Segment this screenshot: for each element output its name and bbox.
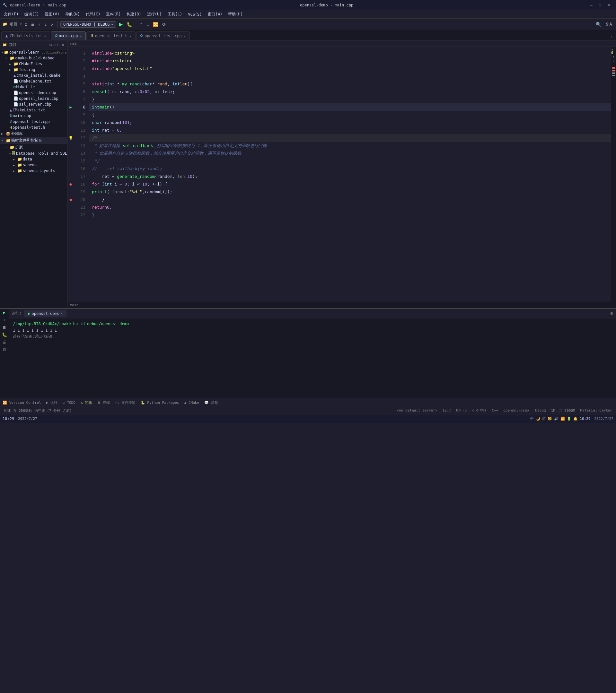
bottom-tab-problems[interactable]: ⚠ 问题 bbox=[81, 400, 92, 405]
code-line-18: for (int i = 0; i < 10; ++i) { bbox=[89, 180, 611, 188]
trash-side-icon[interactable]: 🗑 bbox=[2, 347, 6, 352]
sidebar-item-openssl-test-cpp[interactable]: © openssl-test.cpp bbox=[0, 119, 67, 124]
project-selector[interactable]: 📁 项目 ▾ bbox=[3, 21, 22, 27]
toolbar-btn-4[interactable]: ↓ bbox=[43, 21, 48, 28]
sidebar-item-extensions[interactable]: ▾ 📁 扩展 bbox=[0, 144, 67, 151]
menu-help[interactable]: 帮助(H) bbox=[226, 11, 245, 18]
toolbar-git4[interactable]: ⟳ bbox=[161, 21, 167, 28]
sidebar-item-main-cpp[interactable]: © main.cpp bbox=[0, 113, 67, 119]
tab-main-cpp[interactable]: © main.cpp ✕ bbox=[51, 32, 86, 40]
gutter-bp-18[interactable]: ● bbox=[68, 180, 74, 188]
bottom-tab-todo[interactable]: ☑ TODO bbox=[63, 401, 76, 405]
sidebar-item-temp-files[interactable]: ▾ 📁 临时文件和控制台 bbox=[0, 137, 67, 144]
run-side-icon[interactable]: ▶ bbox=[3, 310, 6, 315]
sidebar-item-openssl-test-h[interactable]: H openssl-test.h bbox=[0, 124, 67, 130]
minimize-button[interactable]: ─ bbox=[587, 2, 595, 9]
sidebar-item-cmake-install[interactable]: ▲ cmake_install.cmake bbox=[0, 73, 67, 78]
menu-build[interactable]: 构建(B) bbox=[124, 11, 144, 18]
sidebar-btn-gear[interactable]: ⚙ bbox=[49, 43, 53, 47]
sidebar-item-ssl-server-cbp[interactable]: 📄 ssl_server.cbp bbox=[0, 101, 67, 107]
sidebar-label-cmake-install: cmake_install.cmake bbox=[16, 73, 60, 78]
toolbar-git3[interactable]: 🔀 bbox=[152, 21, 160, 28]
sidebar-item-makefile[interactable]: M Makefile bbox=[0, 84, 67, 90]
sidebar-item-db-tools[interactable]: ▾ 🗄 Database Tools and SQL bbox=[0, 151, 67, 156]
gutter-22 bbox=[68, 211, 74, 219]
bottom-tab-cmake[interactable]: ▲ CMake bbox=[184, 401, 199, 405]
menu-file[interactable]: 文件(F) bbox=[1, 11, 21, 18]
menu-run[interactable]: 运行(U) bbox=[145, 11, 165, 18]
bottom-tab-python[interactable]: 🐍 Python Packages bbox=[141, 401, 179, 405]
toolbar-git2[interactable]: ⌄ bbox=[145, 21, 150, 28]
tab-cmakelists[interactable]: ▲ CMakeLists.txt ✕ bbox=[1, 32, 50, 40]
tab-openssl-cpp[interactable]: © openssl-test.cpp ✕ bbox=[136, 32, 190, 40]
tab-main-close[interactable]: ✕ bbox=[80, 34, 81, 38]
gutter-1 bbox=[68, 50, 74, 57]
sidebar-item-cmakelists-root[interactable]: ▲ CMakeLists.txt bbox=[0, 107, 67, 113]
close-button[interactable]: ✕ bbox=[605, 2, 613, 9]
sidebar-btn-down[interactable]: ↓ bbox=[59, 43, 61, 47]
bottom-tab-run[interactable]: ▶ 运行 bbox=[46, 400, 57, 405]
toolbar-search[interactable]: 🔍 bbox=[595, 21, 602, 28]
code-editor[interactable]: ▶ 💡 ● ● 1 2 3 4 bbox=[68, 47, 616, 302]
sidebar-item-external-libs[interactable]: ▶ 📦 外部库 bbox=[0, 130, 67, 137]
sidebar-item-schema[interactable]: ▶ 📁 schema bbox=[0, 162, 67, 168]
tab-openssl-h-close[interactable]: ✕ bbox=[130, 34, 131, 38]
toolbar-btn-5[interactable]: ✕ bbox=[50, 21, 55, 28]
terminal-tab-close[interactable]: ✕ bbox=[61, 312, 63, 315]
terminal-settings[interactable]: ⚙ bbox=[610, 311, 613, 316]
menu-edit[interactable]: 编辑(E) bbox=[22, 11, 42, 18]
sidebar-btn-up[interactable]: ↑ bbox=[56, 43, 58, 47]
data-chevron-icon: ▶ bbox=[13, 158, 17, 161]
toolbar-git[interactable]: ⌃ bbox=[139, 21, 144, 28]
code-content[interactable]: #include <cstring> #include <cstdio> #in… bbox=[89, 47, 611, 302]
sidebar-item-cmake-build-debug[interactable]: ▾ 📁 cmake-build-debug bbox=[0, 55, 67, 61]
sidebar-item-openssl-demo-cbp[interactable]: 📄 openssl-demo.cbp bbox=[0, 90, 67, 96]
sidebar-item-data[interactable]: ▶ 📁 data bbox=[0, 156, 67, 162]
debug-side-icon[interactable]: 🐛 bbox=[2, 332, 7, 337]
tab-openssl-cpp-close[interactable]: ✕ bbox=[184, 34, 186, 38]
menu-view[interactable]: 视图(V) bbox=[42, 11, 62, 18]
menu-navigate[interactable]: 导航(N) bbox=[63, 11, 82, 18]
down-side-icon[interactable]: ↓ bbox=[3, 317, 6, 322]
bottom-tab-filetransfer[interactable]: ↑↓ 文件传输 bbox=[115, 400, 136, 405]
menu-window[interactable]: 窗口(W) bbox=[205, 11, 225, 18]
sidebar-item-schema-layouts[interactable]: ▶ 📁 schema.layouts bbox=[0, 168, 67, 174]
toolbar-translate[interactable]: 文A bbox=[604, 20, 613, 28]
sidebar-label-cmakelists: CMakeLists.txt bbox=[13, 108, 45, 112]
maximize-button[interactable]: □ bbox=[596, 2, 604, 9]
sidebar-btn-expand[interactable]: ≡ bbox=[53, 43, 56, 47]
terminal-tab-openssl[interactable]: ▶ openssl-demo ✕ bbox=[24, 310, 66, 317]
gutter-down-icon[interactable]: ∨ bbox=[613, 59, 614, 63]
debug-button[interactable]: 🐛 bbox=[125, 21, 133, 28]
sidebar-item-cmakecache[interactable]: 📄 CMakeCache.txt bbox=[0, 78, 67, 84]
tab-openssl-h[interactable]: H openssl-test.h ✕ bbox=[86, 32, 135, 40]
bottom-tab-terminal[interactable]: 🖥 终端 bbox=[97, 400, 110, 405]
bottom-tab-messages[interactable]: 💬 消息 bbox=[204, 400, 218, 405]
toolbar-btn-2[interactable]: ≡ bbox=[30, 21, 35, 28]
tab-cmakelists-close[interactable]: ✕ bbox=[44, 34, 46, 38]
menu-vcs[interactable]: VCS(S) bbox=[185, 12, 204, 17]
print-side-icon[interactable]: 🖨 bbox=[2, 340, 6, 344]
tab-options[interactable]: ⋮ bbox=[608, 33, 615, 40]
run-config-selector[interactable]: OPENSSL-DEMO | DEBUG ▾ bbox=[60, 21, 116, 27]
sidebar-item-testing[interactable]: ▶ 📁 Testing bbox=[0, 67, 67, 73]
run-button[interactable]: ▶ bbox=[118, 20, 124, 28]
toolbar-btn-1[interactable]: ⚙ bbox=[23, 21, 28, 28]
menu-code[interactable]: 代码(C) bbox=[83, 11, 103, 18]
bottom-tab-vcs[interactable]: 🔀 Version Control bbox=[3, 401, 41, 405]
gutter-4 bbox=[68, 73, 74, 80]
taskbar-input-method[interactable]: 中 bbox=[530, 416, 534, 421]
menu-tools[interactable]: 工具(L) bbox=[165, 11, 185, 18]
sidebar-btn-close[interactable]: ✕ bbox=[61, 43, 64, 47]
gutter-up-icon[interactable]: ∧ bbox=[613, 55, 614, 59]
sidebar-item-cmakefiles[interactable]: ▶ 📁 CMakeFiles bbox=[0, 61, 67, 67]
menu-refactor[interactable]: 重构(R) bbox=[103, 11, 123, 18]
ext-chevron-icon-2: ▾ bbox=[5, 145, 9, 149]
terminal-content[interactable]: /tmp/tmp.BI8jCkdUAx/cmake-build-debug/op… bbox=[9, 318, 616, 398]
stop-side-icon[interactable]: ⏹ bbox=[2, 325, 6, 330]
sidebar-item-openssl-learn-cbp[interactable]: 📄 openssl_learn.cbp bbox=[0, 96, 67, 101]
gutter-bp-20[interactable]: ● bbox=[68, 196, 74, 203]
sidebar-item-openssl-learn[interactable]: ▾ 📁 openssl-learn E:\ClionProject\op bbox=[0, 50, 67, 55]
taskbar-notification[interactable]: 🔔 bbox=[573, 417, 578, 421]
toolbar-btn-3[interactable]: ↑ bbox=[37, 21, 42, 28]
